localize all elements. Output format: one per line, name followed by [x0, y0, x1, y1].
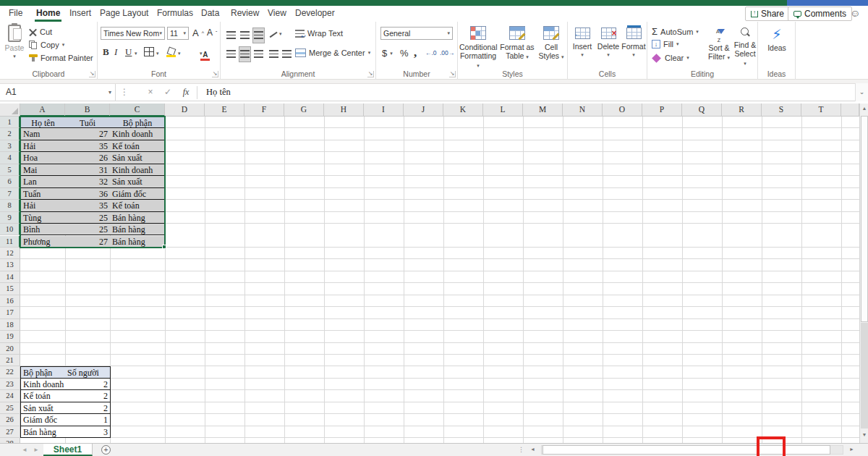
copy-button[interactable]: Copy ▾ [29, 41, 64, 49]
horizontal-scroll-thumb[interactable] [542, 445, 830, 455]
cancel-entry-icon[interactable]: × [145, 84, 156, 101]
row-header-17[interactable]: 17 [0, 307, 20, 318]
format-cells-button[interactable]: Format ▾ [621, 28, 646, 59]
cell[interactable]: Kinh doanh [110, 164, 166, 176]
cut-button[interactable]: Cut [29, 28, 52, 36]
column-header-H[interactable]: H [324, 104, 364, 117]
clipboard-dialog-launcher[interactable]: ↘ [89, 71, 95, 77]
cell[interactable]: Bán hàng [110, 224, 166, 235]
cell[interactable]: Kinh doanh [110, 128, 166, 140]
decrease-decimal-button[interactable]: .00→ [440, 49, 454, 56]
cell[interactable]: 3 [65, 426, 111, 438]
format-as-table-button[interactable]: Format as Table ▾ [498, 26, 536, 62]
column-header-D[interactable]: D [165, 104, 205, 117]
formula-bar-value[interactable]: Họ tên [206, 84, 231, 101]
row-header-20[interactable]: 20 [0, 343, 20, 355]
fill-button[interactable]: ↓ Fill ▾ [652, 40, 679, 48]
tab-review[interactable]: Review [229, 6, 260, 22]
spreadsheet-grid[interactable]: ABCDEFGHIJKLMNOPQRST12345678910111213141… [0, 104, 859, 443]
cell[interactable]: 2 [65, 402, 111, 414]
paste-button[interactable]: Paste ▾ [3, 25, 26, 61]
row-header-24[interactable]: 24 [0, 390, 20, 402]
align-top-button[interactable] [225, 28, 237, 43]
insert-function-icon[interactable]: fx [179, 84, 192, 101]
comma-style-button[interactable]: , [414, 46, 417, 60]
autosum-button[interactable]: Σ AutoSum ▾ [652, 26, 699, 37]
column-header-P[interactable]: P [642, 104, 682, 117]
row-header-18[interactable]: 18 [0, 319, 20, 331]
column-header-A[interactable]: A [20, 104, 65, 117]
cell[interactable]: 27 [65, 236, 111, 248]
cell[interactable]: 35 [65, 200, 111, 211]
cell[interactable]: 27 [65, 128, 111, 140]
decrease-indent-button[interactable] [268, 46, 280, 62]
row-header-28[interactable]: 28 [0, 438, 20, 443]
feedback-smiley-icon[interactable]: ☺ [850, 7, 860, 19]
column-header-E[interactable]: E [205, 104, 244, 117]
decrease-font-button[interactable]: Aˇ [207, 28, 217, 38]
sort-filter-button[interactable]: A↓Z Sort & Filter ▾ [705, 28, 733, 62]
tab-formulas[interactable]: Formulas [156, 6, 195, 22]
cell[interactable]: 32 [65, 176, 111, 187]
column-header-R[interactable]: R [722, 104, 762, 117]
row-header-6[interactable]: 6 [0, 176, 20, 187]
cell[interactable]: Hoa [20, 152, 66, 164]
fill-color-icon[interactable] [166, 48, 176, 57]
cell[interactable]: 25 [65, 212, 111, 224]
clear-button[interactable]: Clear ▾ [652, 54, 689, 62]
cell[interactable]: Bán hàng [110, 212, 166, 224]
currency-button[interactable]: $▾ [382, 48, 393, 59]
expand-formula-bar-button[interactable]: ⌄ [855, 83, 868, 101]
underline-button[interactable]: U [125, 46, 132, 58]
cell[interactable]: Phương [20, 236, 66, 248]
increase-indent-button[interactable] [281, 46, 293, 62]
row-header-25[interactable]: 25 [0, 402, 20, 414]
align-right-button[interactable] [252, 46, 265, 62]
scroll-up-arrow[interactable]: ▲ [860, 106, 868, 111]
row-header-27[interactable]: 27 [0, 426, 20, 438]
cell[interactable]: Tùng [20, 212, 66, 224]
share-button[interactable]: Share [745, 7, 790, 21]
column-header-J[interactable]: J [404, 104, 443, 117]
cell[interactable]: Bộ phận [110, 117, 166, 128]
vertical-scrollbar[interactable]: ▲ ▼ [859, 104, 868, 443]
row-header-13[interactable]: 13 [0, 259, 20, 271]
merge-center-button[interactable]: Merge & Center ▾ [295, 48, 370, 57]
cell[interactable]: Sản xuất [110, 152, 166, 164]
cell[interactable]: 35 [65, 140, 111, 152]
cell[interactable]: 31 [65, 164, 111, 176]
column-header-C[interactable]: C [110, 104, 165, 117]
cell[interactable]: 26 [65, 152, 111, 164]
find-select-button[interactable]: Find & Select ▾ [733, 28, 757, 68]
column-header-L[interactable]: L [483, 104, 523, 117]
column-header-T[interactable]: T [801, 104, 841, 117]
delete-cells-button[interactable]: × Delete ▾ [595, 28, 621, 59]
cell-styles-button[interactable]: Cell Styles ▾ [536, 26, 566, 62]
tab-data[interactable]: Data [200, 6, 221, 22]
scroll-down-arrow[interactable]: ▼ [860, 432, 868, 437]
cell[interactable]: Hải [20, 200, 66, 211]
row-header-11[interactable]: 11 [0, 236, 20, 248]
column-header-O[interactable]: O [603, 104, 642, 117]
align-middle-button[interactable] [239, 28, 251, 43]
italic-button[interactable]: I [114, 46, 117, 58]
cell[interactable]: Sản xuất [20, 402, 66, 414]
align-center-button[interactable] [239, 46, 251, 62]
tab-scroll-splitter[interactable]: ⋮ [518, 446, 524, 453]
tab-file[interactable]: File [7, 6, 24, 22]
sheet-tab-sheet1[interactable]: Sheet1 [43, 444, 93, 456]
row-header-14[interactable]: 14 [0, 271, 20, 283]
column-header-F[interactable]: F [244, 104, 284, 117]
cell[interactable]: 2 [65, 390, 111, 402]
orientation-dropdown[interactable]: ▾ [279, 31, 282, 37]
row-header-1[interactable]: 1 [0, 117, 20, 128]
name-box[interactable]: A1 [0, 84, 116, 101]
borders-icon[interactable] [144, 47, 154, 56]
cell[interactable]: 36 [65, 188, 111, 200]
name-box-dropdown[interactable]: ▾ [106, 84, 114, 101]
tab-insert[interactable]: Insert [68, 6, 93, 22]
sheet-nav-right-icon[interactable]: ► [33, 447, 39, 453]
percent-button[interactable]: % [400, 48, 409, 59]
font-dialog-launcher[interactable]: ↘ [212, 71, 218, 77]
number-dialog-launcher[interactable]: ↘ [449, 71, 456, 77]
